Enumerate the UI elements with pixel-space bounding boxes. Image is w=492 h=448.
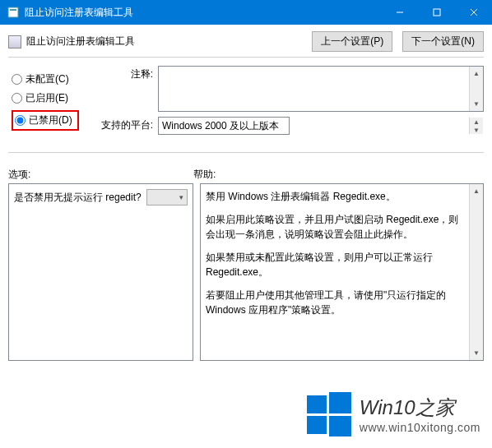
watermark-text: Win10之家 www.win10xitong.com [360,395,480,434]
platform-label: 支持的平台: [100,117,158,132]
scroll-up-icon[interactable]: ▲ [470,118,484,126]
policy-header: 阻止访问注册表编辑工具 上一个设置(P) 下一个设置(N) [8,31,484,52]
panel-labels: 选项: 帮助: [8,168,484,182]
svg-rect-7 [329,392,351,413]
window-controls [381,0,492,25]
svg-rect-1 [10,9,16,11]
help-text-2: 如果启用此策略设置，并且用户试图启动 Regedit.exe，则会出现一条消息，… [206,212,466,242]
radio-enabled[interactable]: 已启用(E) [12,91,87,105]
comment-label: 注释: [100,66,158,81]
policy-icon [8,35,21,48]
radio-not-configured[interactable]: 未配置(C) [12,72,87,86]
watermark-title: Win10之家 [360,395,480,421]
option-row: 是否禁用无提示运行 regedit? ▾ [14,189,188,206]
maximize-button[interactable] [418,0,455,25]
svg-rect-0 [8,7,18,17]
svg-rect-6 [307,395,327,413]
svg-rect-9 [329,416,351,436]
svg-rect-8 [307,416,327,434]
chevron-down-icon: ▾ [179,193,183,201]
radio-column: 未配置(C) 已启用(E) 已禁用(D) [8,66,91,142]
watermark: Win10之家 www.win10xitong.com [307,392,480,436]
config-area: 未配置(C) 已启用(E) 已禁用(D) 注释: ▲ ▼ [8,66,484,142]
radio-not-configured-input[interactable] [12,74,22,85]
content-area: 阻止访问注册表编辑工具 上一个设置(P) 下一个设置(N) 未配置(C) 已启用… [0,25,492,367]
fields-column: 注释: ▲ ▼ 支持的平台: ▲ ▼ [100,66,484,142]
policy-title: 阻止访问注册表编辑工具 [26,35,302,48]
comment-textbox[interactable]: ▲ ▼ [158,66,484,112]
scroll-up-icon[interactable]: ▲ [470,184,484,198]
help-text-4: 若要阻止用户使用其他管理工具，请使用"只运行指定的 Windows 应用程序"策… [206,288,466,317]
prev-setting-button[interactable]: 上一个设置(P) [312,31,392,52]
comment-scrollbar[interactable]: ▲ ▼ [469,67,483,111]
close-button[interactable] [455,0,492,25]
radio-disabled-label: 已禁用(D) [29,113,72,127]
windows-logo-icon [307,392,351,436]
option-select[interactable]: ▾ [146,189,188,206]
help-panel: 禁用 Windows 注册表编辑器 Regedit.exe。 如果启用此策略设置… [200,183,484,361]
panels: 是否禁用无提示运行 regedit? ▾ 禁用 Windows 注册表编辑器 R… [8,183,484,361]
window-title: 阻止访问注册表编辑工具 [25,6,381,20]
platform-wrap: ▲ ▼ [158,117,484,135]
radio-enabled-label: 已启用(E) [26,91,68,105]
scroll-down-icon[interactable]: ▼ [470,126,484,134]
options-panel: 是否禁用无提示运行 regedit? ▾ [8,183,193,361]
scroll-down-icon[interactable]: ▼ [470,346,484,360]
app-icon [7,6,20,19]
radio-disabled-row: 已禁用(D) [12,110,87,131]
help-label: 帮助: [193,168,216,182]
platform-row: 支持的平台: ▲ ▼ [100,117,484,135]
radio-enabled-input[interactable] [12,93,22,104]
minimize-button[interactable] [381,0,418,25]
radio-not-configured-label: 未配置(C) [26,72,69,86]
platform-scrollbar[interactable]: ▲ ▼ [469,118,483,134]
help-text-3: 如果禁用或未配置此策略设置，则用户可以正常运行 Regedit.exe。 [206,250,466,279]
radio-disabled[interactable]: 已禁用(D) [12,110,79,131]
comment-row: 注释: ▲ ▼ [100,66,484,112]
help-scrollbar[interactable]: ▲ ▼ [469,184,483,360]
option-prompt: 是否禁用无提示运行 regedit? [14,191,142,205]
platform-input[interactable] [158,117,290,135]
titlebar: 阻止访问注册表编辑工具 [0,0,492,25]
scroll-up-icon[interactable]: ▲ [470,67,484,81]
options-label: 选项: [8,168,193,182]
next-setting-button[interactable]: 下一个设置(N) [402,31,484,52]
svg-rect-3 [434,9,440,16]
watermark-url: www.win10xitong.com [360,421,480,434]
divider [8,57,484,58]
scroll-down-icon[interactable]: ▼ [470,97,484,111]
divider [8,152,484,153]
help-text-1: 禁用 Windows 注册表编辑器 Regedit.exe。 [206,189,466,204]
radio-disabled-input[interactable] [15,115,26,126]
